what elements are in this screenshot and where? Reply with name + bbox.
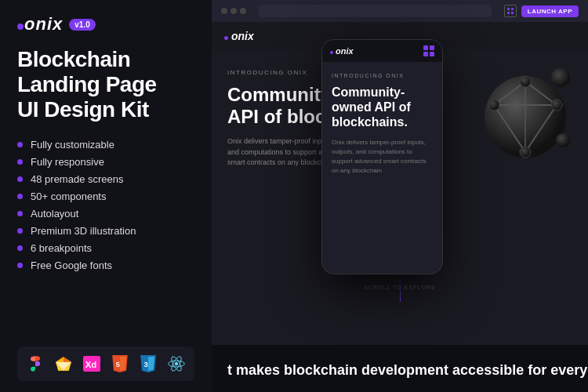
mobile-subtext: Onix delivers tamper-proof inputs, outpu…: [332, 138, 433, 176]
grid-cell: [507, 8, 510, 10]
svg-point-25: [520, 76, 531, 87]
bullet-icon: [17, 194, 23, 199]
left-panel: onix v1.0 BlockchainLanding PageUI Desig…: [0, 0, 212, 392]
svg-text:5: 5: [116, 360, 120, 368]
mobile-intro-label: INTRODUCING ONIX: [332, 73, 433, 78]
bullet-icon: [17, 142, 23, 147]
svg-point-14: [175, 362, 178, 365]
site-logo: onix: [224, 30, 254, 42]
mobile-logo: onix: [330, 46, 354, 56]
browser-dot: [221, 8, 227, 14]
right-panel: LAUNCH APP onix INTRODUCING ONIX Communi…: [212, 0, 588, 392]
figma-icon: [25, 353, 45, 375]
mobile-hero-heading: Community-owned API ofblockchains.: [332, 85, 433, 130]
xd-icon: Xd: [82, 353, 102, 375]
browser-dots: [221, 8, 246, 14]
mobile-menu-icon: [423, 45, 434, 56]
mobile-logo-dot: [330, 51, 333, 54]
svg-text:Xd: Xd: [85, 360, 97, 369]
launch-app-button[interactable]: LAUNCH APP: [521, 5, 579, 17]
sketch-icon: [53, 353, 74, 375]
mobile-content: INTRODUCING ONIX Community-owned API ofb…: [322, 62, 442, 187]
3d-sphere-container: [470, 62, 572, 164]
react-icon: [166, 353, 187, 375]
grid-cell: [511, 8, 514, 10]
browser-bar: LAUNCH APP: [212, 0, 588, 22]
list-item: Free Google fonts: [17, 260, 194, 271]
list-item: Fully responsive: [17, 156, 194, 168]
version-badge: v1.0: [69, 19, 95, 31]
logo-dot: [224, 36, 228, 40]
logo-row: onix v1.0: [17, 14, 194, 34]
mobile-mockup: onix INTRODUCING ONIX Community-owned AP…: [321, 39, 443, 274]
svg-text:3: 3: [144, 360, 148, 368]
browser-url-bar: [259, 5, 492, 17]
mobile-nav: onix: [322, 40, 442, 62]
svg-point-27: [488, 100, 499, 111]
browser-dot: [230, 8, 237, 14]
browser-dot: [240, 8, 246, 14]
bullet-icon: [17, 228, 23, 234]
grid-icon: [504, 5, 517, 17]
bottom-text-strip: t makes blockchain development accessibl…: [212, 349, 588, 392]
logo-dot: [17, 24, 24, 30]
brand-logo: onix: [17, 14, 63, 34]
svg-point-28: [520, 147, 531, 158]
bullet-icon: [17, 176, 23, 182]
bullet-icon: [17, 245, 23, 251]
list-item: 6 breakpoints: [17, 242, 194, 254]
svg-point-26: [551, 100, 562, 111]
svg-point-30: [556, 133, 570, 147]
bottom-tagline: t makes blockchain development accessibl…: [212, 362, 588, 379]
list-item: Premium 3D illustration: [17, 225, 194, 237]
tools-bar: Xd 5 3: [17, 347, 194, 381]
list-item: 48 premade screens: [17, 173, 194, 185]
html5-icon: 5: [110, 353, 130, 375]
main-title: BlockchainLanding PageUI Design Kit: [17, 47, 194, 123]
css3-icon: 3: [138, 353, 158, 375]
bullet-icon: [17, 159, 23, 165]
bullet-icon: [17, 211, 23, 216]
features-list: Fully customizable Fully responsive 48 p…: [17, 139, 194, 336]
list-item: Fully customizable: [17, 139, 194, 151]
connector-line: [400, 278, 401, 302]
bullet-icon: [17, 263, 23, 268]
list-item: 50+ components: [17, 191, 194, 202]
grid-cell: [507, 12, 510, 14]
list-item: Autolayout: [17, 208, 194, 220]
grid-cell: [511, 12, 514, 14]
svg-point-29: [551, 68, 570, 87]
sphere-svg: [470, 62, 572, 164]
